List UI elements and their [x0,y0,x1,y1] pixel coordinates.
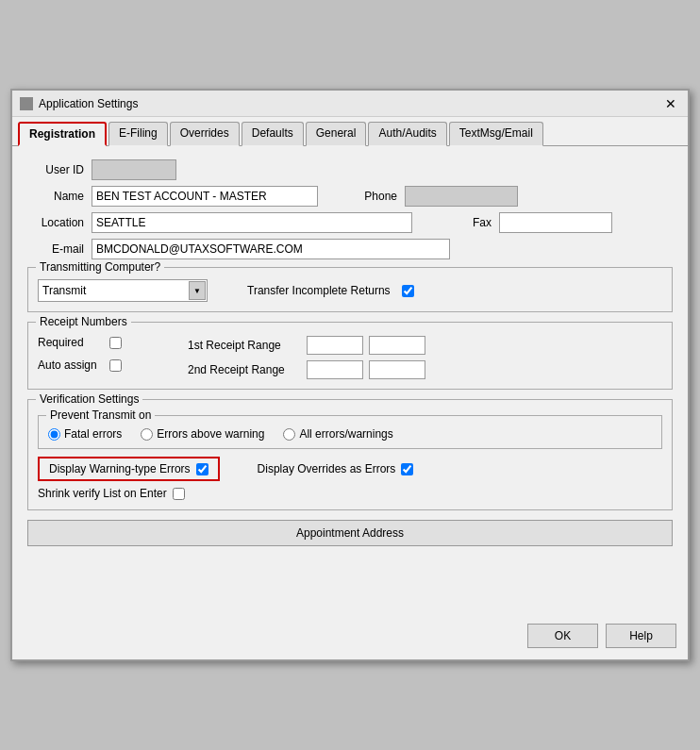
tab-efiling[interactable]: E-Filing [108,122,168,146]
userid-label: User ID [27,163,84,176]
warning-errors-checkbox[interactable] [196,463,208,475]
receipt-numbers-group: Receipt Numbers Required Auto assign 1st… [27,322,673,390]
email-row: E-mail [27,239,673,259]
display-overrides-label: Display Overrides as Errors [258,462,396,475]
transmit-row: Transmit ▼ Transfer Incomplete Returns [38,279,662,302]
content-area: User ID Name Phone Location Fax E-mail T… [12,146,688,616]
tab-registration[interactable]: Registration [18,122,107,146]
transfer-checkbox[interactable] [402,285,414,297]
required-row: Required [38,336,122,349]
email-label: E-mail [27,242,84,256]
fax-label: Fax [435,216,492,229]
verification-title: Verification Settings [36,392,142,406]
prevent-transmit-title: Prevent Transmit on [46,408,155,422]
above-warning-radio[interactable] [141,428,153,441]
shrink-row: Shrink verify List on Enter [38,487,662,500]
auto-assign-checkbox[interactable] [109,359,122,372]
display-overrides-row: Display Overrides as Errors [258,462,414,475]
radio-row: Fatal errors Errors above warning All er… [48,427,652,441]
prevent-transmit-group: Prevent Transmit on Fatal errors Errors … [38,415,662,449]
tab-auth-audits[interactable]: Auth/Audits [368,122,446,146]
second-range-input2[interactable] [369,360,425,379]
appointment-address-button[interactable]: Appointment Address [27,520,673,546]
location-field[interactable] [92,212,412,233]
app-icon [20,97,33,110]
tab-overrides[interactable]: Overrides [170,122,240,146]
fax-field[interactable] [499,212,612,233]
location-label: Location [27,216,84,229]
required-checkbox[interactable] [109,337,122,349]
display-overrides-checkbox[interactable] [401,463,413,475]
transmit-select-wrapper: Transmit ▼ [38,279,208,302]
transmitting-group: Transmitting Computer? Transmit ▼ Transf… [27,267,673,312]
above-warning-radio-item: Errors above warning [141,427,264,441]
first-range-label: 1st Receipt Range [188,339,301,352]
tab-defaults[interactable]: Defaults [242,122,304,146]
name-row: Name Phone [27,186,673,207]
phone-label: Phone [341,190,397,203]
verification-group: Verification Settings Prevent Transmit o… [27,399,673,510]
warning-errors-label: Display Warning-type Errors [49,462,191,475]
userid-row: User ID [27,159,673,180]
auto-assign-row: Auto assign [38,358,122,372]
fatal-errors-radio[interactable] [48,428,60,441]
footer: OK Help [12,616,688,659]
second-range-label: 2nd Receipt Range [188,363,301,376]
auto-assign-label: Auto assign [38,358,104,372]
application-window: Application Settings ✕ Registration E-Fi… [10,89,690,661]
close-button[interactable]: ✕ [661,96,680,111]
receipt-title: Receipt Numbers [36,315,131,328]
all-errors-label: All errors/warnings [299,427,392,441]
email-field[interactable] [92,239,450,259]
title-bar-left: Application Settings [20,97,138,110]
userid-field[interactable] [92,159,176,180]
shrink-label: Shrink verify List on Enter [38,487,167,500]
required-label: Required [38,336,104,349]
ok-button[interactable]: OK [527,624,598,648]
first-range-row: 1st Receipt Range [188,336,425,355]
tab-general[interactable]: General [306,122,367,146]
name-field[interactable] [92,186,318,207]
first-range-input1[interactable] [307,336,363,355]
title-bar: Application Settings ✕ [12,91,688,117]
window-title: Application Settings [39,97,138,110]
transmit-select[interactable]: Transmit [38,279,208,302]
above-warning-label: Errors above warning [157,427,264,441]
warning-errors-row: Display Warning-type Errors Display Over… [38,457,662,481]
shrink-checkbox[interactable] [173,488,185,500]
tab-textmsg-email[interactable]: TextMsg/Email [449,122,543,146]
fatal-errors-label: Fatal errors [64,427,122,441]
location-row: Location Fax [27,212,673,233]
second-range-input1[interactable] [307,360,363,379]
name-label: Name [27,190,84,203]
transfer-label: Transfer Incomplete Returns [247,284,391,297]
tabs-bar: Registration E-Filing Overrides Defaults… [12,117,688,146]
second-range-row: 2nd Receipt Range [188,360,425,379]
all-errors-radio-item: All errors/warnings [283,427,392,441]
fatal-errors-radio-item: Fatal errors [48,427,122,441]
help-button[interactable]: Help [606,624,676,648]
first-range-input2[interactable] [369,336,425,355]
all-errors-radio[interactable] [283,428,295,441]
transmitting-title: Transmitting Computer? [36,260,164,274]
phone-field[interactable] [405,186,518,207]
warning-errors-box: Display Warning-type Errors [38,457,220,481]
